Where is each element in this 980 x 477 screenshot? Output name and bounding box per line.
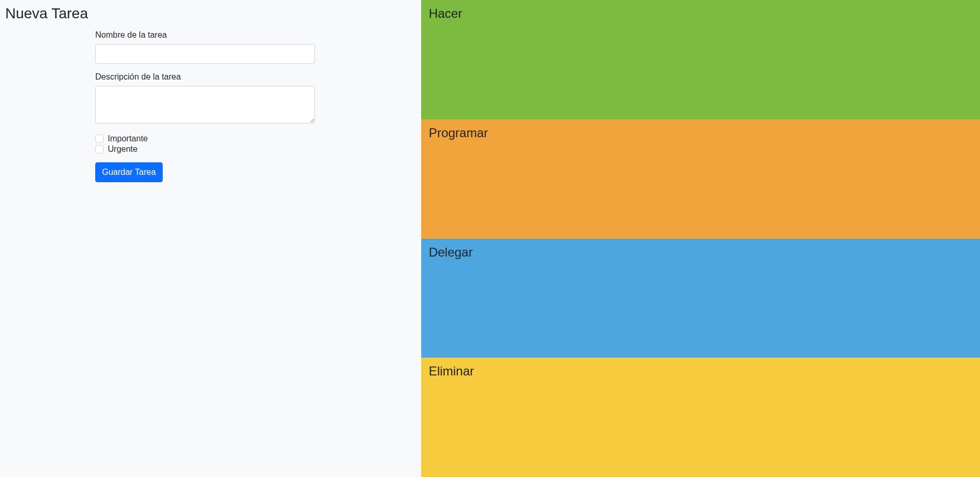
urgent-label[interactable]: Urgente xyxy=(108,145,138,154)
form-title: Nueva Tarea xyxy=(5,5,416,22)
description-group: Descripción de la tarea xyxy=(95,72,315,126)
quadrant-eliminar-title: Eliminar xyxy=(429,364,973,379)
quadrant-hacer: Hacer xyxy=(421,0,980,119)
task-form: Nombre de la tarea Descripción de la tar… xyxy=(95,30,315,182)
quadrant-delegar-title: Delegar xyxy=(429,245,973,260)
important-checkbox[interactable] xyxy=(95,135,104,143)
important-label[interactable]: Importante xyxy=(108,134,148,143)
matrix-panel: Hacer Programar Delegar Eliminar xyxy=(421,0,980,477)
quadrant-programar-title: Programar xyxy=(429,126,973,140)
name-label: Nombre de la tarea xyxy=(95,30,315,40)
quadrant-eliminar: Eliminar xyxy=(421,358,980,477)
quadrant-delegar: Delegar xyxy=(421,239,980,358)
task-name-input[interactable] xyxy=(95,44,315,64)
form-panel: Nueva Tarea Nombre de la tarea Descripci… xyxy=(0,0,421,477)
app-container: Nueva Tarea Nombre de la tarea Descripci… xyxy=(0,0,980,477)
task-description-input[interactable] xyxy=(95,86,315,124)
save-task-button[interactable]: Guardar Tarea xyxy=(95,162,163,182)
urgent-check: Urgente xyxy=(95,145,315,154)
quadrant-programar: Programar xyxy=(421,119,980,239)
urgent-checkbox[interactable] xyxy=(95,145,104,153)
quadrant-hacer-title: Hacer xyxy=(429,6,973,21)
important-check: Importante xyxy=(95,134,315,143)
description-label: Descripción de la tarea xyxy=(95,72,315,82)
name-group: Nombre de la tarea xyxy=(95,30,315,64)
